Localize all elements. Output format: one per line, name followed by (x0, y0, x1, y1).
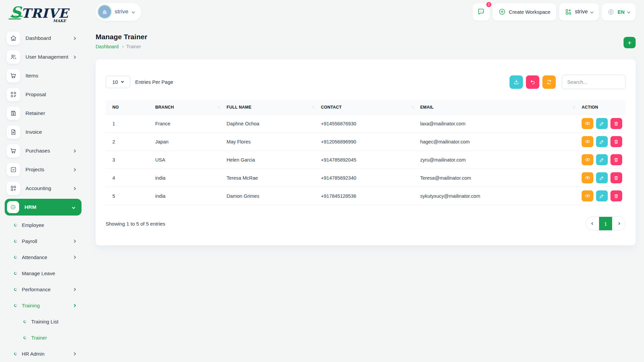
view-button[interactable] (582, 172, 593, 183)
sidebar-item-performance[interactable]: Performance (7, 281, 86, 297)
cell-no: 5 (106, 187, 152, 205)
column-header-no: NO (106, 100, 152, 115)
sidebar-item-invoice[interactable]: Invoice (7, 123, 86, 141)
sidebar-item-trainer[interactable]: Trainer (7, 329, 86, 346)
showing-entries-text: Showing 1 to 5 of 5 entries (106, 221, 165, 227)
main-content: Manage Trainer Dashboard Trainer + 10 En… (96, 23, 636, 245)
chevron-left-icon (591, 222, 594, 225)
sidebar-item-retainer[interactable]: Retainer (7, 104, 86, 123)
bullet-icon (23, 336, 27, 339)
sidebar-item-attendance[interactable]: Attendance (7, 249, 86, 265)
pagination: 1 (586, 217, 626, 231)
sidebar-item-label: Accounting (25, 185, 73, 191)
edit-button[interactable] (596, 136, 608, 147)
sidebar-item-employee[interactable]: Employee (7, 217, 86, 233)
cell-branch: USA (152, 151, 223, 169)
view-button[interactable] (582, 118, 593, 129)
language-code: EN (618, 9, 625, 15)
proposal-icon (7, 88, 20, 101)
next-page-button[interactable] (612, 217, 625, 230)
eye-icon (585, 139, 590, 144)
bullet-icon (14, 352, 17, 355)
cell-contact: +914785892045 (318, 151, 417, 169)
entries-per-page-select[interactable]: 10 (106, 76, 130, 88)
delete-button[interactable] (610, 190, 622, 201)
edit-button[interactable] (596, 154, 608, 165)
table-footer: Showing 1 to 5 of 5 entries 1 (106, 217, 626, 231)
sort-icon[interactable]: ↑↓ (411, 105, 414, 109)
sidebar-item-accounting[interactable]: Accounting (7, 179, 86, 198)
sidebar-item-user-management[interactable]: User Management (7, 48, 86, 66)
edit-button[interactable] (596, 118, 608, 129)
sidebar-item-proposal[interactable]: Proposal (7, 85, 86, 104)
messages-button[interactable]: 0 (473, 3, 490, 20)
topbar-actions: 0 Create Workspace strive EN (473, 3, 636, 20)
save-icon (7, 107, 20, 120)
cell-branch: Japan (152, 133, 223, 151)
table-row: 2 Japan May Flores +912056896990 hagec@m… (106, 133, 626, 151)
chevron-right-icon (73, 149, 76, 153)
edit-button[interactable] (596, 172, 608, 183)
reset-button[interactable] (526, 75, 539, 89)
cell-email: sykutyxucy@mailinator.com (417, 187, 578, 205)
sidebar-item-dashboard[interactable]: Dashboard (7, 29, 86, 48)
sidebar-item-label: Training (22, 303, 73, 308)
sidebar-item-manage-leave[interactable]: Manage Leave (7, 265, 86, 281)
sidebar-item-training[interactable]: Training (7, 297, 86, 313)
sidebar-item-projects[interactable]: Projects (7, 160, 86, 179)
view-button[interactable] (582, 190, 593, 201)
delete-button[interactable] (610, 118, 622, 129)
hrm-icon (7, 201, 19, 213)
sidebar-item-training-list[interactable]: Training List (7, 313, 86, 329)
row-actions (582, 154, 622, 165)
delete-button[interactable] (610, 136, 622, 147)
bullet-icon (14, 239, 17, 243)
pencil-icon (599, 175, 604, 181)
sidebar-nav: Dashboard User Management Items Proposal (0, 26, 86, 362)
sidebar-item-hr-admin[interactable]: HR Admin (7, 346, 86, 362)
view-button[interactable] (582, 154, 593, 165)
search-input[interactable] (562, 75, 626, 89)
sidebar-item-payroll[interactable]: Payroll (7, 233, 86, 249)
check-square-icon (7, 163, 20, 176)
org-switcher[interactable]: strive (559, 3, 599, 20)
app-logo[interactable]: STRIVE MAKE (0, 0, 86, 26)
breadcrumb-dashboard-link[interactable]: Dashboard (96, 44, 119, 49)
cell-no: 1 (106, 115, 152, 133)
refresh-button[interactable] (542, 75, 556, 89)
table-row: 1 France Daphne Ochoa +914556876930 laxa… (106, 115, 626, 133)
sidebar-item-label: Training List (31, 319, 75, 324)
delete-button[interactable] (610, 172, 622, 183)
sidebar-item-label: Proposal (25, 92, 75, 98)
add-trainer-button[interactable]: + (624, 37, 636, 48)
sidebar-item-hrm[interactable]: HRM (5, 199, 82, 216)
trainer-table-card: 10 Entries Per Page NO (96, 59, 636, 245)
chevron-right-icon (73, 239, 76, 243)
language-selector[interactable]: EN (602, 3, 636, 20)
create-workspace-button[interactable]: Create Workspace (493, 3, 556, 20)
sidebar-item-label: Payroll (22, 238, 73, 244)
trainer-table: NO BRANCH↑↓ FULL NAME↑↓ CONTACT↑↓ EMAIL↑… (106, 100, 626, 205)
pencil-icon (599, 157, 604, 163)
cell-email: hagec@mailinator.com (417, 133, 578, 151)
export-button[interactable] (509, 75, 523, 89)
sort-icon[interactable]: ↑↓ (573, 105, 575, 109)
workspace-selector[interactable]: strive (96, 3, 141, 21)
chevron-right-icon (73, 288, 76, 291)
sort-icon[interactable]: ↑↓ (218, 105, 220, 109)
edit-button[interactable] (596, 190, 608, 201)
cell-email: Teresa@mailinator.com (417, 169, 578, 187)
table-toolbar (509, 75, 626, 89)
sidebar-item-label: Manage Leave (22, 270, 75, 276)
page-number-button[interactable]: 1 (599, 217, 612, 230)
delete-button[interactable] (610, 154, 622, 165)
view-button[interactable] (582, 136, 593, 147)
sidebar-item-purchases[interactable]: Purchases (7, 141, 86, 160)
chevron-right-icon (73, 255, 76, 259)
previous-page-button[interactable] (586, 217, 599, 230)
eye-icon (585, 121, 590, 126)
sidebar-item-items[interactable]: Items (7, 66, 86, 85)
sort-icon[interactable]: ↑↓ (312, 105, 314, 109)
eye-icon (585, 175, 590, 181)
create-workspace-label: Create Workspace (509, 9, 550, 15)
